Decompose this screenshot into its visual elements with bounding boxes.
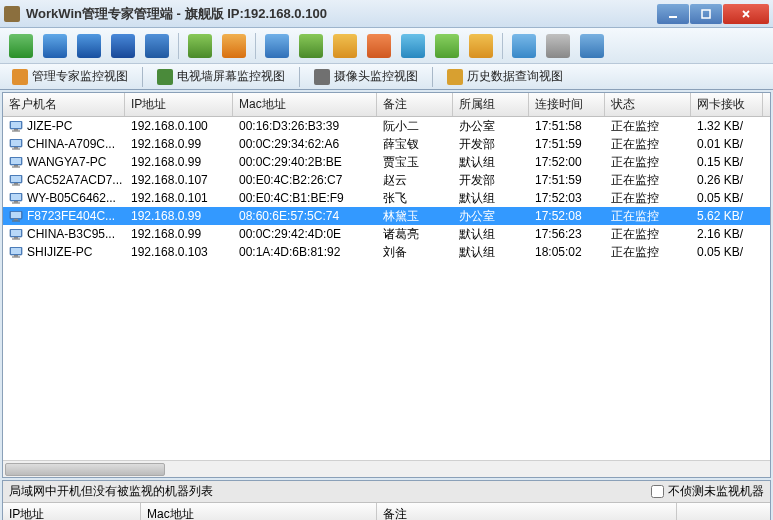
cell-time: 17:51:59 <box>529 172 605 188</box>
toolbar-button-12[interactable] <box>398 31 428 61</box>
toolbar-button-8[interactable] <box>262 31 292 61</box>
cell-group: 办公室 <box>453 207 529 226</box>
svg-rect-32 <box>14 255 18 257</box>
toolbar-button-17[interactable] <box>577 31 607 61</box>
cell-name: JIZE-PC <box>27 119 72 133</box>
tab-expert-monitor[interactable]: 管理专家监控视图 <box>6 66 134 87</box>
svg-rect-20 <box>14 201 18 203</box>
cell-ip: 192.168.0.99 <box>125 154 233 170</box>
toolbar-button-14[interactable] <box>466 31 496 61</box>
toolbar-button-10[interactable] <box>330 31 360 61</box>
tab-label: 电视墙屏幕监控视图 <box>177 68 285 85</box>
toolbar-button-6[interactable] <box>185 31 215 61</box>
tab-tvwall-monitor[interactable]: 电视墙屏幕监控视图 <box>151 66 291 87</box>
table-row[interactable]: JIZE-PC192.168.0.10000:16:D3:26:B3:39阮小二… <box>3 117 770 135</box>
cell-recv: 0.05 KB/ <box>691 190 763 206</box>
pc-icon <box>9 229 23 240</box>
bottom-title-row: 局域网中开机但没有被监视的机器列表 不侦测未监视机器 <box>3 481 770 503</box>
cell-name: WANGYA7-PC <box>27 155 106 169</box>
history-icon <box>447 69 463 85</box>
cell-name: CAC52A7ACD7... <box>27 173 122 187</box>
svg-rect-19 <box>11 194 21 200</box>
cell-remark: 薛宝钗 <box>377 135 453 154</box>
bcol-remark[interactable]: 备注 <box>377 503 677 520</box>
cell-recv: 1.32 KB/ <box>691 118 763 134</box>
col-group[interactable]: 所属组 <box>453 93 529 116</box>
toolbar-separator <box>178 33 179 59</box>
table-row[interactable]: CHINA-A709C...192.168.0.9900:0C:29:34:62… <box>3 135 770 153</box>
horizontal-scrollbar[interactable] <box>3 460 770 477</box>
toolbar-separator <box>502 33 503 59</box>
col-nic-recv[interactable]: 网卡接收 <box>691 93 763 116</box>
cell-status: 正在监控 <box>605 243 691 262</box>
scrollbar-thumb[interactable] <box>5 463 165 476</box>
toolbar-button-5[interactable] <box>142 31 172 61</box>
no-detect-checkbox-input[interactable] <box>651 485 664 498</box>
cell-group: 办公室 <box>453 117 529 136</box>
no-detect-checkbox[interactable]: 不侦测未监视机器 <box>651 483 764 500</box>
col-mac[interactable]: Mac地址 <box>233 93 377 116</box>
cell-status: 正在监控 <box>605 207 691 226</box>
svg-rect-29 <box>12 238 20 239</box>
svg-rect-12 <box>14 165 18 167</box>
toolbar-button-2[interactable] <box>40 31 70 61</box>
cell-remark: 阮小二 <box>377 117 453 136</box>
svg-rect-24 <box>14 219 18 221</box>
cell-remark: 赵云 <box>377 171 453 190</box>
toolbar-button-13[interactable] <box>432 31 462 61</box>
svg-rect-27 <box>11 230 21 236</box>
svg-rect-28 <box>14 237 18 239</box>
svg-rect-8 <box>14 147 18 149</box>
tab-history-query[interactable]: 历史数据查询视图 <box>441 66 569 87</box>
col-remark[interactable]: 备注 <box>377 93 453 116</box>
minimize-button[interactable] <box>657 4 689 24</box>
table-row[interactable]: WANGYA7-PC192.168.0.9900:0C:29:40:2B:BE贾… <box>3 153 770 171</box>
col-status[interactable]: 状态 <box>605 93 691 116</box>
table-row[interactable]: CAC52A7ACD7...192.168.0.10700:E0:4C:B2:2… <box>3 171 770 189</box>
cell-mac: 00:1A:4D:6B:81:92 <box>233 244 377 260</box>
toolbar-button-3[interactable] <box>74 31 104 61</box>
svg-rect-4 <box>14 129 18 131</box>
cell-name: CHINA-B3C95... <box>27 227 115 241</box>
toolbar-button-15[interactable] <box>509 31 539 61</box>
cell-ip: 192.168.0.101 <box>125 190 233 206</box>
toolbar-button-1[interactable] <box>6 31 36 61</box>
table-row[interactable]: WY-B05C6462...192.168.0.10100:E0:4C:B1:B… <box>3 189 770 207</box>
cell-name: WY-B05C6462... <box>27 191 116 205</box>
maximize-button[interactable] <box>690 4 722 24</box>
cell-ip: 192.168.0.99 <box>125 226 233 242</box>
toolbar-button-4[interactable] <box>108 31 138 61</box>
cell-remark: 张飞 <box>377 189 453 208</box>
toolbar-button-9[interactable] <box>296 31 326 61</box>
table-row[interactable]: F8723FE404C...192.168.0.9908:60:6E:57:5C… <box>3 207 770 225</box>
cell-status: 正在监控 <box>605 153 691 172</box>
cell-remark: 诸葛亮 <box>377 225 453 244</box>
cell-mac: 00:E0:4C:B1:BE:F9 <box>233 190 377 206</box>
svg-rect-21 <box>12 202 20 203</box>
col-connect-time[interactable]: 连接时间 <box>529 93 605 116</box>
toolbar-separator <box>255 33 256 59</box>
table-row[interactable]: SHIJIZE-PC192.168.0.10300:1A:4D:6B:81:92… <box>3 243 770 261</box>
toolbar-button-7[interactable] <box>219 31 249 61</box>
cell-recv: 0.26 KB/ <box>691 172 763 188</box>
svg-rect-11 <box>11 158 21 164</box>
cell-ip: 192.168.0.99 <box>125 208 233 224</box>
tab-camera-monitor[interactable]: 摄像头监控视图 <box>308 66 424 87</box>
tab-separator <box>432 67 433 87</box>
bcol-ip[interactable]: IP地址 <box>3 503 141 520</box>
monitor-view-icon <box>12 69 28 85</box>
table-row[interactable]: CHINA-B3C95...192.168.0.9900:0C:29:42:4D… <box>3 225 770 243</box>
close-button[interactable] <box>723 4 769 24</box>
toolbar-button-16[interactable] <box>543 31 573 61</box>
cell-group: 默认组 <box>453 225 529 244</box>
tab-label: 管理专家监控视图 <box>32 68 128 85</box>
cell-recv: 0.15 KB/ <box>691 154 763 170</box>
window-controls <box>657 4 769 24</box>
cell-remark: 刘备 <box>377 243 453 262</box>
pc-icon <box>9 193 23 204</box>
toolbar-button-11[interactable] <box>364 31 394 61</box>
pc-icon <box>9 247 23 258</box>
col-client-name[interactable]: 客户机名 <box>3 93 125 116</box>
col-ip[interactable]: IP地址 <box>125 93 233 116</box>
bcol-mac[interactable]: Mac地址 <box>141 503 377 520</box>
